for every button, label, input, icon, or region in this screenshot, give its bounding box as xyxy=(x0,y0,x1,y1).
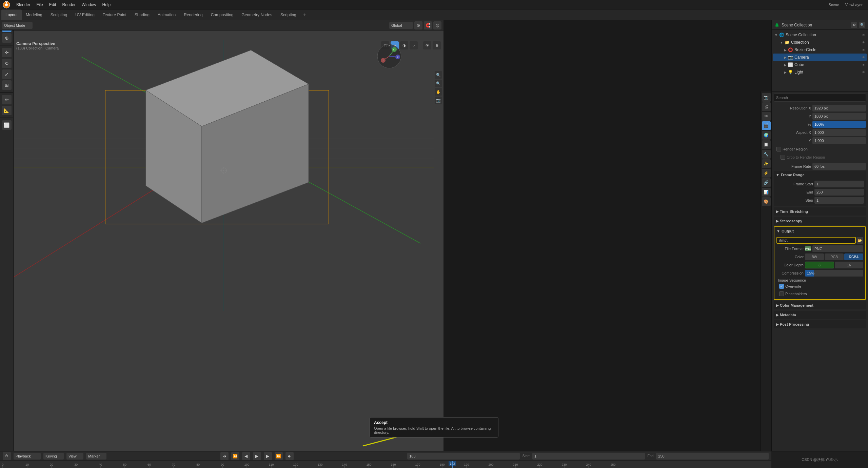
frame-end-value[interactable]: 250 xyxy=(814,189,864,196)
keying-dropdown[interactable]: Keying xyxy=(43,453,64,460)
tab-animation[interactable]: Animation xyxy=(154,9,180,20)
crop-region-checkbox[interactable] xyxy=(781,155,785,160)
outliner-search-btn[interactable]: 🔍 xyxy=(859,22,865,28)
prop-tab-object[interactable]: 🔲 xyxy=(762,140,771,149)
prop-tab-constraints[interactable]: 🔗 xyxy=(762,178,771,187)
annotate-tool[interactable]: ✏ xyxy=(2,95,12,104)
scene-selector[interactable]: Scene xyxy=(826,3,842,7)
properties-search[interactable] xyxy=(774,94,866,102)
prop-tab-world[interactable]: 🌍 xyxy=(762,131,771,140)
jump-end-btn[interactable]: ⏭ xyxy=(285,452,294,460)
start-frame-display[interactable]: 1 xyxy=(532,453,645,460)
output-path-input[interactable]: /tmp\ xyxy=(776,237,856,244)
tree-item-cube[interactable]: ▶ ⬜ Cube 👁 xyxy=(773,61,867,68)
menu-blender[interactable]: Blender xyxy=(14,1,33,8)
marker-dropdown[interactable]: Marker xyxy=(86,453,106,460)
pan-btn[interactable]: ✋ xyxy=(435,88,442,96)
color-management-header[interactable]: ▶ Color Management xyxy=(774,301,866,309)
overwrite-checkbox[interactable]: ✓ xyxy=(779,284,784,289)
tree-item-beziercircle[interactable]: ▶ ⭕ BezierCircle 👁 xyxy=(773,46,867,54)
proportional-editing-btn[interactable]: ◎ xyxy=(433,21,441,29)
time-stretching-header[interactable]: ▶ Time Stretching xyxy=(774,207,866,216)
object-mode-dropdown[interactable]: Object Mode xyxy=(2,22,33,29)
menu-edit[interactable]: Edit xyxy=(46,1,59,8)
view-dropdown[interactable]: View xyxy=(66,453,83,460)
snap-btn[interactable]: 🧲 xyxy=(424,21,432,29)
tab-shading[interactable]: Shading xyxy=(131,9,154,20)
prop-tab-particles[interactable]: ✨ xyxy=(762,159,771,168)
render-region-checkbox[interactable] xyxy=(776,147,781,151)
prop-tab-physics[interactable]: ⚡ xyxy=(762,169,771,178)
aspect-y-value[interactable]: 1.000 xyxy=(812,137,866,144)
tree-item-light[interactable]: ▶ 💡 Light 👁 xyxy=(773,68,867,76)
placeholders-checkbox[interactable] xyxy=(779,291,784,296)
prop-tab-render[interactable]: 📷 xyxy=(762,93,771,102)
transform-tool[interactable]: ⊞ xyxy=(2,80,12,90)
playback-dropdown[interactable]: Playback xyxy=(14,453,41,460)
tab-uv-editing[interactable]: UV Editing xyxy=(71,9,99,20)
frame-range-header[interactable]: ▼ Frame Range xyxy=(774,171,866,179)
menu-render[interactable]: Render xyxy=(59,1,78,8)
prop-tab-view[interactable]: 👁 xyxy=(762,112,771,121)
camera-visibility[interactable]: 👁 xyxy=(862,56,865,59)
prev-keyframe-btn[interactable]: ◀ xyxy=(242,452,250,460)
cursor-tool[interactable]: ⊕ xyxy=(2,33,12,43)
outliner-filter-btn[interactable]: ⚙ xyxy=(851,22,857,28)
tree-item-collection[interactable]: ▼ 📁 Collection 👁 xyxy=(773,39,867,46)
resolution-percent-value[interactable]: 100% xyxy=(812,121,866,128)
post-processing-header[interactable]: ▶ Post Processing xyxy=(774,320,866,328)
prop-tab-data[interactable]: 📊 xyxy=(762,188,771,197)
timeline-mode-btn[interactable]: ⏱ xyxy=(3,452,11,460)
next-keyframe-btn[interactable]: ▶ xyxy=(264,452,272,460)
compression-value[interactable]: 15% xyxy=(805,270,863,277)
frame-start-value[interactable]: 1 xyxy=(814,181,864,187)
tree-item-camera[interactable]: ▶ 📷 Camera 👁 xyxy=(773,54,867,61)
main-viewport[interactable]: ◻ ■ ◑ ○ 👁 ⊕ Camera Perspective (183) Col… xyxy=(14,30,443,451)
resolution-y-value[interactable]: 1080 px xyxy=(812,113,866,120)
prev-frame-btn[interactable]: ⏪ xyxy=(231,452,239,460)
prop-tab-scene[interactable]: 🎬 xyxy=(762,121,771,130)
tab-layout[interactable]: Layout xyxy=(1,9,22,20)
viewport-shading-render[interactable]: ○ xyxy=(410,41,418,49)
prop-tab-material[interactable]: 🎨 xyxy=(762,197,771,206)
viewlayer-selector[interactable]: ViewLayer xyxy=(843,3,865,7)
app-logo[interactable] xyxy=(3,1,10,8)
viewport-overlay-btn[interactable]: 👁 xyxy=(423,41,431,49)
output-header[interactable]: ▼ Output xyxy=(774,227,865,235)
output-path-browse-btn[interactable]: 📂 xyxy=(856,237,863,244)
move-tool[interactable]: ✛ xyxy=(2,48,12,57)
timeline-ruler[interactable]: 0 10 20 30 40 50 60 xyxy=(0,461,771,468)
depth-btn-8[interactable]: 8 xyxy=(805,262,834,268)
end-frame-display[interactable]: 250 xyxy=(656,453,769,460)
transform-global-dropdown[interactable]: Global xyxy=(389,22,413,29)
menu-file[interactable]: File xyxy=(34,1,45,8)
tree-item-scene-collection[interactable]: ▼ 🌐 Scene Collection 👁 xyxy=(773,31,867,39)
zoom-out-btn[interactable]: 🔍 xyxy=(435,80,442,87)
tab-compositing[interactable]: Compositing xyxy=(207,9,238,20)
add-workspace-button[interactable]: + xyxy=(303,12,306,18)
aspect-x-value[interactable]: 1.000 xyxy=(812,129,866,136)
frame-step-value[interactable]: 1 xyxy=(814,197,864,204)
play-btn[interactable]: ▶ xyxy=(253,452,261,460)
tab-texture-paint[interactable]: Texture Paint xyxy=(99,9,131,20)
color-btn-bw[interactable]: BW xyxy=(805,253,824,260)
camera-view-btn[interactable]: 📷 xyxy=(435,97,442,104)
measure-tool[interactable]: 📐 xyxy=(2,106,12,115)
color-btn-rgb[interactable]: RGB xyxy=(825,253,844,260)
prop-tab-output[interactable]: 🖨 xyxy=(762,102,771,111)
viewport-gizmo-btn[interactable]: ⊕ xyxy=(433,41,441,49)
tab-scripting[interactable]: Scripting xyxy=(276,9,300,20)
add-cube-tool[interactable]: ⬜ xyxy=(2,120,12,130)
jump-start-btn[interactable]: ⏮ xyxy=(220,452,229,460)
color-btn-rgba[interactable]: RGBA xyxy=(844,253,863,260)
beziercircle-visibility[interactable]: 👁 xyxy=(862,48,865,52)
stereoscopy-header[interactable]: ▶ Stereoscopy xyxy=(774,217,866,225)
metadata-header[interactable]: ▶ Metadata xyxy=(774,311,866,319)
pivot-point-btn[interactable]: ⊙ xyxy=(414,21,422,29)
menu-help[interactable]: Help xyxy=(99,1,113,8)
light-visibility[interactable]: 👁 xyxy=(862,70,865,74)
rotate-tool[interactable]: ↻ xyxy=(2,59,12,68)
tab-rendering[interactable]: Rendering xyxy=(180,9,206,20)
viewport-canvas[interactable] xyxy=(14,40,443,451)
prop-tab-modifier[interactable]: 🔧 xyxy=(762,150,771,159)
